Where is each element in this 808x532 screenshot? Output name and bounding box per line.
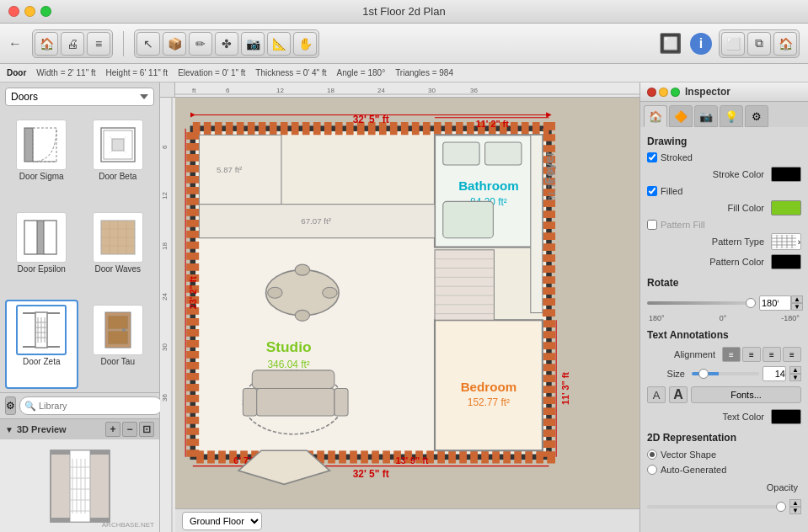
door-item-tau[interactable]: Door Tau (82, 300, 155, 389)
info-elevation: Elevation = 0' 1" ft (178, 68, 245, 77)
ruler-vertical: 6 12 18 24 30 36 (160, 98, 175, 532)
svg-text:67.07 ft²: 67.07 ft² (301, 216, 332, 226)
angle-input[interactable] (759, 295, 791, 311)
3d-view-button[interactable]: 🏠 (773, 32, 797, 56)
pan-tool-button[interactable]: ✋ (293, 32, 317, 56)
camera-tool-button[interactable]: 📷 (241, 32, 265, 56)
angle-down-button[interactable]: ▼ (791, 303, 803, 311)
angle-input-wrapper: ▲ ▼ (759, 295, 803, 311)
opacity-slider[interactable] (647, 505, 786, 508)
pattern-type-button[interactable]: › (771, 233, 801, 250)
draw-tool-button[interactable]: ✏ (189, 32, 212, 56)
door-item-epsilon[interactable]: Door Epsilon (5, 207, 78, 296)
svg-rect-27 (108, 331, 128, 344)
align-right-button[interactable]: ≡ (763, 347, 781, 362)
opacity-stepper: ▲ ▼ (789, 499, 801, 514)
svg-rect-41 (90, 450, 110, 455)
size-slider[interactable] (692, 372, 759, 375)
font-large-button[interactable]: A (669, 386, 688, 403)
angle-label-zero: 0° (720, 314, 727, 322)
svg-rect-111 (443, 201, 494, 237)
font-buttons-row: A A Fonts... (647, 386, 801, 403)
pattern-fill-checkbox[interactable] (647, 220, 657, 230)
door-item-zeta[interactable]: Door Zeta (5, 300, 78, 389)
inspector-body: Drawing Stroked Stroke Color Filled Fill… (640, 127, 808, 519)
align-center-button[interactable]: ≡ (742, 347, 761, 362)
angle-up-button[interactable]: ▲ (791, 295, 803, 303)
tab-light[interactable]: 💡 (720, 105, 743, 127)
rotate-slider[interactable] (647, 301, 756, 305)
door-item-waves[interactable]: Door Waves (82, 207, 155, 296)
stroke-color-label: Stroke Color (647, 169, 768, 179)
zoom-out-button[interactable]: − (122, 422, 137, 437)
stroke-color-swatch[interactable] (771, 167, 801, 182)
mini-min[interactable] (659, 88, 668, 97)
fonts-picker-button[interactable]: Fonts... (691, 386, 801, 403)
select-tool-button[interactable]: ↖ (136, 32, 160, 56)
svg-text:5.87 ft²: 5.87 ft² (217, 165, 243, 174)
align-justify-button[interactable]: ≡ (783, 347, 801, 362)
preview-toggle[interactable]: ▼ (5, 425, 13, 434)
font-small-button[interactable]: A (647, 386, 666, 403)
size-down-button[interactable]: ▼ (789, 374, 801, 381)
room-tool-button[interactable]: 🏠 (35, 32, 58, 56)
info-button[interactable]: i (690, 33, 712, 55)
svg-text:36: 36 (161, 394, 169, 402)
svg-point-108 (295, 310, 309, 321)
svg-rect-23 (23, 346, 35, 348)
back-icon[interactable]: ← (8, 36, 22, 51)
tab-camera[interactable]: 📷 (694, 105, 718, 127)
text-color-swatch[interactable] (771, 409, 801, 424)
svg-rect-21 (23, 312, 35, 314)
size-label: Size (647, 369, 688, 379)
door-item-beta[interactable]: Door Beta (82, 114, 155, 204)
door-svg-epsilon (20, 216, 62, 258)
tab-shape[interactable]: 🔶 (669, 105, 693, 127)
svg-text:18: 18 (327, 87, 334, 94)
text-color-row: Text Color (647, 408, 801, 425)
zoom-in-button[interactable]: + (105, 422, 120, 437)
measure-tool-button[interactable]: 📐 (267, 32, 291, 56)
tab-settings[interactable]: ⚙ (745, 105, 768, 127)
stroked-checkbox[interactable] (647, 152, 657, 162)
floor-select[interactable]: Ground Floor (182, 512, 262, 530)
mini-close[interactable] (647, 88, 656, 97)
search-input[interactable] (19, 396, 163, 415)
archbase-logo: ARCHBASE.NET (102, 521, 154, 529)
mini-max[interactable] (671, 88, 680, 97)
opacity-down-button[interactable]: ▼ (789, 507, 801, 514)
svg-text:152.77 ft²: 152.77 ft² (468, 396, 510, 408)
category-dropdown[interactable]: Doors (5, 88, 154, 106)
3d-split-button[interactable]: ⧉ (747, 32, 771, 56)
size-up-button[interactable]: ▲ (789, 366, 801, 374)
size-input[interactable] (763, 366, 786, 381)
alignment-buttons: ≡ ≡ ≡ ≡ (722, 347, 801, 362)
auto-generated-row: Auto-Generated (647, 465, 801, 475)
door-item-sigma[interactable]: Door Sigma (5, 114, 78, 204)
auto-generated-radio[interactable] (647, 465, 657, 475)
transform-tool-button[interactable]: ✤ (215, 32, 238, 56)
opacity-row: Opacity (647, 479, 801, 496)
maximize-button[interactable] (40, 6, 51, 17)
2d-view-button[interactable]: ⬜ (721, 32, 745, 56)
vector-shape-row: Vector Shape (647, 450, 801, 460)
close-button[interactable] (8, 6, 19, 17)
align-left-button[interactable]: ≡ (722, 347, 741, 362)
share-button[interactable]: 🔲 (656, 30, 683, 57)
opacity-up-button[interactable]: ▲ (789, 499, 801, 507)
filled-checkbox[interactable] (647, 186, 657, 196)
pattern-color-swatch[interactable] (771, 254, 801, 269)
list-tool-button[interactable]: ≡ (87, 32, 110, 56)
svg-rect-1 (33, 128, 56, 162)
canvas-area[interactable]: ft 6 12 18 24 30 36 6 12 18 24 (160, 82, 639, 532)
zoom-fit-button[interactable]: ⊡ (139, 422, 154, 437)
preview-area: ARCHBASE.NET (0, 439, 159, 532)
minimize-button[interactable] (24, 6, 35, 17)
vector-shape-radio[interactable] (647, 450, 657, 460)
object-tool-button[interactable]: 📦 (163, 32, 186, 56)
print-tool-button[interactable]: 🖨 (61, 32, 84, 56)
tab-house[interactable]: 🏠 (644, 105, 667, 127)
fill-color-swatch[interactable] (771, 200, 801, 215)
preview-door-3d (46, 446, 114, 526)
settings-button[interactable]: ⚙ (5, 396, 16, 415)
